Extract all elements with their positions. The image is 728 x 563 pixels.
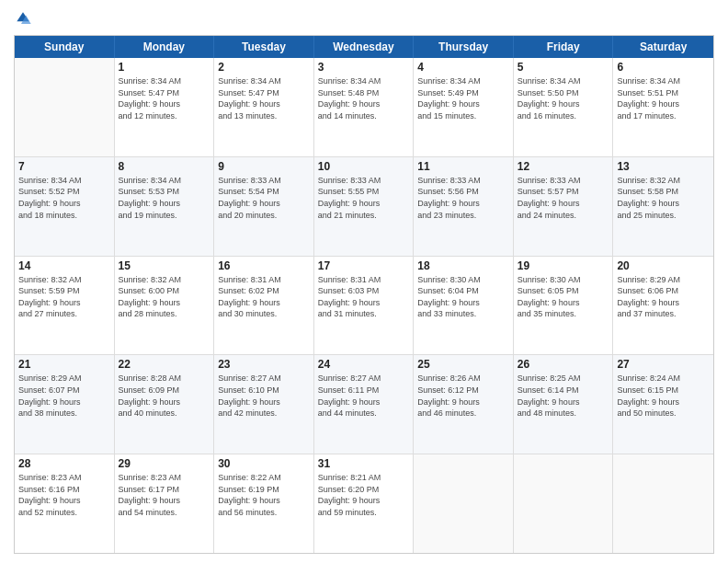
- day-info: Sunrise: 8:30 AM Sunset: 6:05 PM Dayligh…: [518, 274, 609, 320]
- day-number: 30: [218, 457, 310, 470]
- day-number: 18: [417, 259, 509, 272]
- day-info: Sunrise: 8:32 AM Sunset: 5:59 PM Dayligh…: [18, 274, 110, 320]
- header-day-sunday: Sunday: [15, 36, 115, 58]
- page: SundayMondayTuesdayWednesdayThursdayFrid…: [0, 0, 728, 563]
- day-info: Sunrise: 8:21 AM Sunset: 6:20 PM Dayligh…: [318, 472, 410, 518]
- header-day-wednesday: Wednesday: [314, 36, 415, 58]
- day-info: Sunrise: 8:27 AM Sunset: 6:10 PM Dayligh…: [218, 373, 310, 419]
- day-cell-23: 23Sunrise: 8:27 AM Sunset: 6:10 PM Dayli…: [214, 355, 314, 454]
- day-info: Sunrise: 8:29 AM Sunset: 6:06 PM Dayligh…: [617, 274, 710, 320]
- day-info: Sunrise: 8:32 AM Sunset: 5:58 PM Dayligh…: [617, 175, 710, 221]
- day-number: 11: [417, 160, 509, 173]
- day-info: Sunrise: 8:33 AM Sunset: 5:56 PM Dayligh…: [417, 175, 509, 221]
- week-row-3: 14Sunrise: 8:32 AM Sunset: 5:59 PM Dayli…: [15, 257, 713, 356]
- header: [14, 9, 714, 28]
- day-cell-25: 25Sunrise: 8:26 AM Sunset: 6:12 PM Dayli…: [414, 355, 514, 454]
- day-cell-30: 30Sunrise: 8:22 AM Sunset: 6:19 PM Dayli…: [214, 454, 314, 553]
- day-info: Sunrise: 8:34 AM Sunset: 5:49 PM Dayligh…: [417, 75, 509, 121]
- day-info: Sunrise: 8:29 AM Sunset: 6:07 PM Dayligh…: [18, 373, 110, 419]
- day-info: Sunrise: 8:32 AM Sunset: 6:00 PM Dayligh…: [119, 274, 210, 320]
- day-cell-10: 10Sunrise: 8:33 AM Sunset: 5:55 PM Dayli…: [314, 157, 415, 256]
- day-cell-13: 13Sunrise: 8:32 AM Sunset: 5:58 PM Dayli…: [613, 157, 713, 256]
- day-info: Sunrise: 8:34 AM Sunset: 5:50 PM Dayligh…: [518, 75, 609, 121]
- day-number: 12: [518, 160, 609, 173]
- header-day-saturday: Saturday: [613, 36, 713, 58]
- day-cell-18: 18Sunrise: 8:30 AM Sunset: 6:04 PM Dayli…: [414, 257, 514, 355]
- day-number: 14: [18, 259, 110, 272]
- week-row-2: 7Sunrise: 8:34 AM Sunset: 5:52 PM Daylig…: [15, 157, 713, 257]
- day-cell-empty-0-0: [15, 58, 115, 156]
- day-info: Sunrise: 8:22 AM Sunset: 6:19 PM Dayligh…: [218, 472, 310, 518]
- day-number: 3: [318, 61, 410, 74]
- day-cell-6: 6Sunrise: 8:34 AM Sunset: 5:51 PM Daylig…: [613, 58, 713, 156]
- day-number: 21: [18, 358, 110, 371]
- day-number: 31: [318, 457, 410, 470]
- week-row-1: 1Sunrise: 8:34 AM Sunset: 5:47 PM Daylig…: [15, 58, 713, 157]
- day-info: Sunrise: 8:31 AM Sunset: 6:03 PM Dayligh…: [318, 274, 410, 320]
- day-cell-empty-4-4: [414, 454, 514, 553]
- day-number: 19: [518, 259, 609, 272]
- day-info: Sunrise: 8:34 AM Sunset: 5:53 PM Dayligh…: [119, 175, 210, 221]
- day-cell-19: 19Sunrise: 8:30 AM Sunset: 6:05 PM Dayli…: [514, 257, 614, 355]
- day-info: Sunrise: 8:33 AM Sunset: 5:55 PM Dayligh…: [318, 175, 410, 221]
- day-info: Sunrise: 8:34 AM Sunset: 5:48 PM Dayligh…: [318, 75, 410, 121]
- day-number: 24: [318, 358, 410, 371]
- day-cell-20: 20Sunrise: 8:29 AM Sunset: 6:06 PM Dayli…: [613, 257, 713, 355]
- day-info: Sunrise: 8:24 AM Sunset: 6:15 PM Dayligh…: [617, 373, 710, 419]
- day-number: 22: [119, 358, 210, 371]
- header-day-friday: Friday: [514, 36, 614, 58]
- day-info: Sunrise: 8:31 AM Sunset: 6:02 PM Dayligh…: [218, 274, 310, 320]
- day-number: 1: [119, 61, 210, 74]
- day-cell-5: 5Sunrise: 8:34 AM Sunset: 5:50 PM Daylig…: [514, 58, 614, 156]
- day-info: Sunrise: 8:28 AM Sunset: 6:09 PM Dayligh…: [119, 373, 210, 419]
- day-number: 26: [518, 358, 609, 371]
- day-number: 8: [119, 160, 210, 173]
- day-cell-26: 26Sunrise: 8:25 AM Sunset: 6:14 PM Dayli…: [514, 355, 614, 454]
- day-number: 5: [518, 61, 609, 74]
- week-row-5: 28Sunrise: 8:23 AM Sunset: 6:16 PM Dayli…: [15, 454, 713, 553]
- day-info: Sunrise: 8:23 AM Sunset: 6:16 PM Dayligh…: [18, 472, 110, 518]
- day-cell-8: 8Sunrise: 8:34 AM Sunset: 5:53 PM Daylig…: [115, 157, 215, 256]
- day-number: 27: [617, 358, 710, 371]
- day-number: 15: [119, 259, 210, 272]
- day-cell-31: 31Sunrise: 8:21 AM Sunset: 6:20 PM Dayli…: [314, 454, 415, 553]
- day-cell-22: 22Sunrise: 8:28 AM Sunset: 6:09 PM Dayli…: [115, 355, 215, 454]
- day-cell-17: 17Sunrise: 8:31 AM Sunset: 6:03 PM Dayli…: [314, 257, 415, 355]
- day-cell-empty-4-6: [613, 454, 713, 553]
- day-info: Sunrise: 8:34 AM Sunset: 5:47 PM Dayligh…: [218, 75, 310, 121]
- day-cell-14: 14Sunrise: 8:32 AM Sunset: 5:59 PM Dayli…: [15, 257, 115, 355]
- day-number: 28: [18, 457, 110, 470]
- day-number: 9: [218, 160, 310, 173]
- day-cell-3: 3Sunrise: 8:34 AM Sunset: 5:48 PM Daylig…: [314, 58, 415, 156]
- day-cell-21: 21Sunrise: 8:29 AM Sunset: 6:07 PM Dayli…: [15, 355, 115, 454]
- day-number: 6: [617, 61, 710, 74]
- day-info: Sunrise: 8:25 AM Sunset: 6:14 PM Dayligh…: [518, 373, 609, 419]
- day-info: Sunrise: 8:30 AM Sunset: 6:04 PM Dayligh…: [417, 274, 509, 320]
- day-cell-16: 16Sunrise: 8:31 AM Sunset: 6:02 PM Dayli…: [214, 257, 314, 355]
- day-info: Sunrise: 8:34 AM Sunset: 5:51 PM Dayligh…: [617, 75, 710, 121]
- day-info: Sunrise: 8:33 AM Sunset: 5:54 PM Dayligh…: [218, 175, 310, 221]
- day-cell-29: 29Sunrise: 8:23 AM Sunset: 6:17 PM Dayli…: [115, 454, 215, 553]
- day-cell-28: 28Sunrise: 8:23 AM Sunset: 6:16 PM Dayli…: [15, 454, 115, 553]
- day-number: 7: [18, 160, 110, 173]
- day-info: Sunrise: 8:34 AM Sunset: 5:47 PM Dayligh…: [119, 75, 210, 121]
- day-number: 10: [318, 160, 410, 173]
- day-cell-15: 15Sunrise: 8:32 AM Sunset: 6:00 PM Dayli…: [115, 257, 215, 355]
- calendar-body: 1Sunrise: 8:34 AM Sunset: 5:47 PM Daylig…: [15, 58, 713, 553]
- day-cell-1: 1Sunrise: 8:34 AM Sunset: 5:47 PM Daylig…: [115, 58, 215, 156]
- day-info: Sunrise: 8:26 AM Sunset: 6:12 PM Dayligh…: [417, 373, 509, 419]
- logo-icon: [14, 9, 32, 28]
- day-number: 29: [119, 457, 210, 470]
- day-info: Sunrise: 8:27 AM Sunset: 6:11 PM Dayligh…: [318, 373, 410, 419]
- day-number: 17: [318, 259, 410, 272]
- day-cell-empty-4-5: [514, 454, 614, 553]
- day-number: 4: [417, 61, 509, 74]
- day-info: Sunrise: 8:34 AM Sunset: 5:52 PM Dayligh…: [18, 175, 110, 221]
- day-number: 25: [417, 358, 509, 371]
- day-number: 23: [218, 358, 310, 371]
- calendar: SundayMondayTuesdayWednesdayThursdayFrid…: [14, 35, 714, 554]
- day-number: 13: [617, 160, 710, 173]
- day-cell-4: 4Sunrise: 8:34 AM Sunset: 5:49 PM Daylig…: [414, 58, 514, 156]
- header-day-thursday: Thursday: [414, 36, 514, 58]
- day-info: Sunrise: 8:23 AM Sunset: 6:17 PM Dayligh…: [119, 472, 210, 518]
